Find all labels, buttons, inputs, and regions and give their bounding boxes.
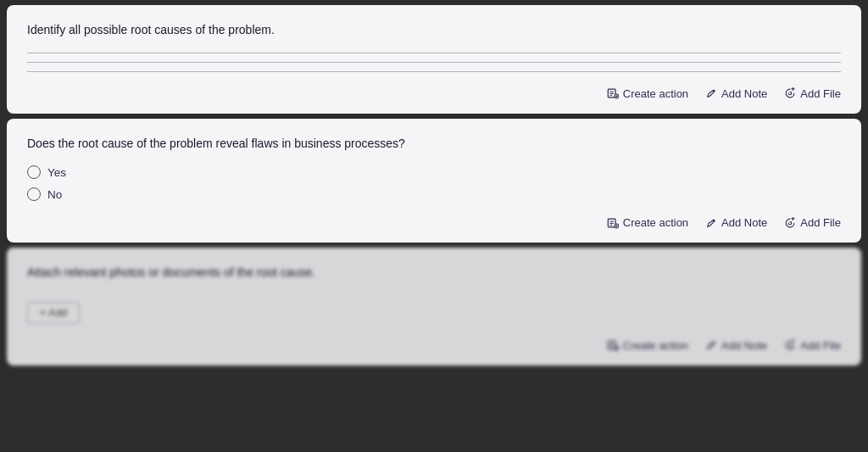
- create-action-icon-3: [607, 339, 619, 351]
- card-2-question: Does the root cause of the problem revea…: [27, 136, 841, 153]
- create-action-button-2[interactable]: Create action: [607, 216, 688, 229]
- radio-yes[interactable]: Yes: [27, 165, 841, 179]
- add-note-button-3[interactable]: Add Note: [705, 339, 767, 352]
- text-line-2: [27, 62, 841, 63]
- text-line-1: [27, 53, 841, 53]
- create-action-label-3: Create action: [623, 339, 688, 352]
- add-note-label-2: Add Note: [721, 216, 767, 229]
- create-action-label-2: Create action: [623, 216, 688, 229]
- add-note-button-2[interactable]: Add Note: [705, 216, 767, 229]
- card-3-question: Attach relevant photos or documents of t…: [27, 265, 841, 282]
- add-file-label-3: Add File: [800, 339, 841, 352]
- add-note-icon-1: [705, 87, 717, 99]
- card-3: Attach relevant photos or documents of t…: [7, 248, 861, 366]
- add-button-3[interactable]: + Add: [27, 302, 80, 324]
- svg-line-7: [713, 91, 715, 92]
- text-lines: [27, 53, 841, 72]
- create-action-label-1: Create action: [623, 87, 688, 100]
- create-action-icon-2: [607, 217, 619, 229]
- add-file-button-2[interactable]: Add File: [784, 216, 841, 229]
- svg-line-17: [713, 220, 715, 222]
- radio-group: Yes No: [27, 165, 841, 201]
- card-1-question: Identify all possible root causes of the…: [27, 22, 841, 39]
- card-1-actions: Create action Add Note Add File: [27, 84, 841, 100]
- create-action-icon-1: [607, 87, 619, 99]
- add-note-label-1: Add Note: [721, 87, 767, 100]
- radio-yes-label: Yes: [47, 166, 66, 179]
- card-2: Does the root cause of the problem revea…: [7, 119, 861, 243]
- text-line-3: [27, 71, 841, 72]
- add-note-button-1[interactable]: Add Note: [705, 87, 767, 100]
- add-file-icon-1: [784, 87, 796, 99]
- add-button-label: + Add: [40, 307, 67, 319]
- create-action-button-1[interactable]: Create action: [607, 87, 688, 100]
- radio-circle-yes: [27, 165, 41, 179]
- svg-line-27: [713, 343, 715, 344]
- card-3-actions: Create action Add Note Add File: [27, 336, 841, 352]
- add-note-icon-2: [705, 217, 717, 229]
- radio-no[interactable]: No: [27, 187, 841, 201]
- create-action-button-3[interactable]: Create action: [607, 339, 688, 352]
- add-file-label-2: Add File: [800, 216, 841, 229]
- add-file-button-1[interactable]: Add File: [784, 87, 841, 100]
- card-1: Identify all possible root causes of the…: [7, 5, 861, 114]
- add-file-button-3[interactable]: Add File: [784, 339, 841, 352]
- card-2-actions: Create action Add Note Add File: [27, 213, 841, 229]
- add-file-label-1: Add File: [800, 87, 841, 100]
- radio-circle-no: [27, 187, 41, 201]
- add-file-icon-3: [784, 339, 796, 351]
- add-note-label-3: Add Note: [721, 339, 767, 352]
- radio-no-label: No: [47, 188, 62, 201]
- add-file-icon-2: [784, 217, 796, 229]
- add-note-icon-3: [705, 339, 717, 351]
